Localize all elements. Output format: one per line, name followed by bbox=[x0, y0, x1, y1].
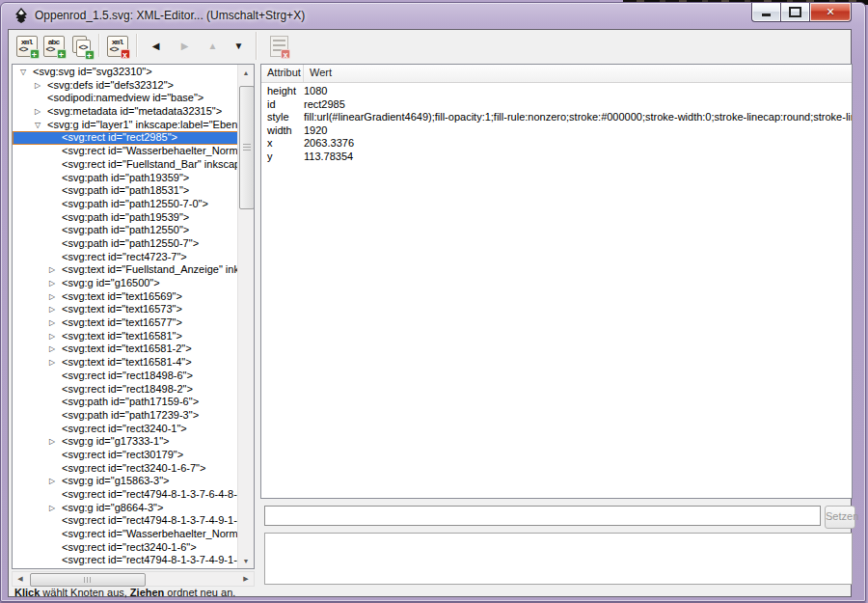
tree-node[interactable]: <svg:rect id="rect4794-8-1-3-7-6-4-8-8-1 bbox=[13, 488, 237, 502]
expand-arrow-icon[interactable]: ▷ bbox=[49, 475, 62, 488]
tree-node[interactable]: ▽<svg:g id="layer1" inkscape:label="Eben… bbox=[13, 119, 237, 132]
tree-node[interactable]: ▽<svg:svg id="svg32310"> bbox=[13, 66, 237, 79]
move-node-up-button[interactable]: ▲ bbox=[201, 34, 225, 58]
tree-node[interactable]: ▷<svg:metadata id="metadata32315"> bbox=[13, 105, 237, 119]
horizontal-scroll-thumb[interactable] bbox=[30, 573, 146, 587]
tree-node[interactable]: <svg:path id="path17159-6"> bbox=[13, 396, 237, 409]
duplicate-node-button[interactable]: <> + bbox=[68, 34, 93, 58]
collapse-arrow-icon[interactable]: ▽ bbox=[35, 119, 47, 132]
scroll-up-arrow-icon[interactable]: ▲ bbox=[238, 65, 254, 80]
attribute-name-input[interactable] bbox=[264, 506, 821, 526]
tree-node[interactable]: <svg:rect id="rect4723-7"> bbox=[13, 251, 237, 264]
attribute-row[interactable]: stylefill:url(#linearGradient4649);fill-… bbox=[261, 111, 852, 124]
expand-arrow-icon[interactable]: ▷ bbox=[49, 263, 62, 277]
new-text-node-button[interactable]: abc <> + bbox=[41, 34, 66, 58]
vertical-scroll-thumb[interactable] bbox=[239, 86, 255, 209]
tree-node[interactable]: <svg:rect id="rect4794-8-1-3-7-4-9-1-4-7 bbox=[13, 554, 237, 567]
attribute-name: height bbox=[261, 85, 304, 98]
tree-node[interactable]: <svg:rect id="Wasserbehaelter_Normal_F bbox=[13, 528, 237, 541]
move-node-down-button[interactable]: ▼ bbox=[227, 34, 251, 58]
tree-node[interactable]: <svg:path id="path12550"> bbox=[13, 224, 237, 237]
tree-node-label: <svg:path id="path12550-7"> bbox=[62, 237, 199, 251]
tree-node[interactable]: <svg:rect id="rect4794-8-1-3-7-4-9-1-4-7 bbox=[13, 514, 237, 528]
expand-arrow-icon[interactable]: ▷ bbox=[49, 343, 62, 356]
delete-attribute-icon: x bbox=[270, 36, 288, 57]
window-controls: ✕ bbox=[751, 3, 852, 22]
tree-node[interactable]: ▷<svg:text id="text16577"> bbox=[13, 316, 237, 330]
attribute-row[interactable]: x2063.3376 bbox=[261, 137, 852, 151]
tree-node[interactable]: ▷<svg:text id="text16581-2"> bbox=[13, 343, 237, 356]
titlebar[interactable]: Oppenrod_1.5.svg: XML-Editor... (Umschal… bbox=[1, 3, 865, 28]
attribute-row[interactable]: height1080 bbox=[261, 85, 852, 98]
tree-node[interactable]: <svg:rect id="rect3240-1-6-7"> bbox=[13, 462, 237, 476]
scroll-right-arrow-icon[interactable]: ▶ bbox=[238, 572, 254, 586]
minimize-button[interactable] bbox=[751, 3, 780, 22]
tree-node[interactable]: <svg:path id="path18531"> bbox=[13, 184, 237, 198]
expand-arrow-icon[interactable]: ▷ bbox=[49, 356, 62, 370]
scroll-left-arrow-icon[interactable]: ◀ bbox=[13, 572, 28, 586]
column-header-wert[interactable]: Wert bbox=[304, 65, 852, 82]
expand-arrow-icon[interactable]: ▷ bbox=[49, 502, 62, 515]
collapse-arrow-icon[interactable]: ▽ bbox=[20, 66, 33, 79]
expand-arrow-icon[interactable]: ▷ bbox=[49, 290, 62, 304]
tree-node[interactable]: ▷<svg:g id="g15863-3"> bbox=[13, 475, 237, 488]
duplicate-node-icon: <> + bbox=[70, 36, 92, 57]
tree-node[interactable]: ▷<svg:text id="Fuellstand_Anzeige" inksc… bbox=[13, 263, 237, 277]
tree-node[interactable]: <svg:rect id="Fuellstand_Bar" inkscape:l… bbox=[13, 158, 237, 172]
tree-node[interactable]: ▷<svg:text id="text16581-4"> bbox=[13, 356, 237, 370]
status-bar: Klick wählt Knoten aus, Ziehen ordnet ne… bbox=[14, 587, 304, 598]
attribute-row[interactable]: width1920 bbox=[261, 124, 852, 138]
tree-node[interactable]: <svg:rect id="rect3240-1"> bbox=[13, 423, 237, 436]
tree-node[interactable]: <svg:rect id="rect18498-2"> bbox=[13, 383, 237, 397]
expand-arrow-icon[interactable]: ▷ bbox=[35, 105, 47, 119]
set-attribute-button[interactable]: Setzen bbox=[825, 506, 855, 529]
tree-node[interactable]: <svg:rect id="rect3240-1-6"> bbox=[13, 541, 237, 555]
tree-node[interactable]: <svg:path id="path19539"> bbox=[13, 211, 237, 225]
scroll-down-arrow-icon[interactable]: ▼ bbox=[238, 553, 254, 568]
expand-arrow-icon[interactable]: ▷ bbox=[49, 330, 62, 343]
tree-node[interactable]: ▷<svg:text id="text16581"> bbox=[13, 330, 237, 343]
maximize-button[interactable] bbox=[780, 3, 810, 22]
tree-node[interactable]: ▷<svg:g id="g16500"> bbox=[13, 277, 237, 290]
tree-node[interactable]: ▷<svg:text id="text16573"> bbox=[13, 303, 237, 316]
tree-node[interactable]: <sodipodi:namedview id="base"> bbox=[13, 92, 237, 105]
tree-node[interactable]: <svg:path id="path19359"> bbox=[13, 172, 237, 185]
expand-arrow-icon[interactable]: ▷ bbox=[35, 79, 47, 93]
close-button[interactable]: ✕ bbox=[810, 3, 852, 22]
tree-node-label: <svg:rect id="rect2985"> bbox=[62, 131, 177, 145]
tree-node-label: <svg:text id="Fuellstand_Anzeige" inksca bbox=[62, 263, 237, 277]
tree-node[interactable]: <svg:rect id="rect30179"> bbox=[13, 449, 237, 462]
delete-node-button[interactable]: xml <> x bbox=[105, 34, 129, 58]
tree-node[interactable]: <svg:path id="path12550-7-0"> bbox=[13, 198, 237, 211]
delete-attribute-button[interactable]: x bbox=[267, 34, 291, 58]
tree-node[interactable]: <svg:rect id="Wasserbehaelter_Normal_F bbox=[13, 145, 237, 158]
unindent-node-button[interactable]: ◀ bbox=[144, 34, 168, 58]
inkscape-icon bbox=[14, 8, 29, 23]
expand-arrow-icon[interactable]: ▷ bbox=[49, 277, 62, 290]
tree-node[interactable]: ▷<svg:g id="g17333-1"> bbox=[13, 435, 237, 449]
column-header-attribut[interactable]: Attribut bbox=[261, 65, 304, 82]
tree-horizontal-scrollbar[interactable]: ◀ ▶ bbox=[12, 571, 255, 587]
expand-arrow-icon[interactable]: ▷ bbox=[49, 303, 62, 316]
indent-node-button[interactable]: ▶ bbox=[173, 34, 197, 58]
new-element-node-button[interactable]: xml <> + bbox=[14, 34, 39, 58]
tree-node-label: <svg:rect id="Wasserbehaelter_Normal_F bbox=[62, 145, 237, 158]
tree-node[interactable]: ▷<svg:defs id="defs32312"> bbox=[13, 79, 237, 93]
tree-node-selected[interactable]: <svg:rect id="rect2985"> bbox=[13, 131, 237, 145]
attribute-row[interactable]: idrect2985 bbox=[261, 98, 852, 112]
status-text: wählt Knoten aus, bbox=[40, 587, 130, 598]
attribute-row[interactable]: y113.78354 bbox=[261, 151, 852, 164]
attribute-name: y bbox=[261, 151, 304, 164]
tree-vertical-scrollbar[interactable]: ▲ ▼ bbox=[237, 65, 254, 568]
tree-node[interactable]: ▷<svg:text id="text16569"> bbox=[13, 290, 237, 304]
maximize-icon bbox=[789, 7, 801, 17]
tree-node[interactable]: ▷<svg:g id="g8664-3"> bbox=[13, 502, 237, 515]
attribute-value-editor[interactable] bbox=[264, 533, 853, 585]
tree-node[interactable]: <svg:path id="path12550-7"> bbox=[13, 237, 237, 251]
tree-node[interactable]: <svg:path id="path17239-3"> bbox=[13, 409, 237, 423]
arrow-up-icon: ▲ bbox=[208, 41, 218, 51]
tree-node[interactable]: <svg:rect id="rect18498-6"> bbox=[13, 370, 237, 383]
expand-arrow-icon[interactable]: ▷ bbox=[49, 316, 62, 330]
expand-arrow-icon[interactable]: ▷ bbox=[49, 435, 62, 449]
tree-node-label: <svg:path id="path18531"> bbox=[62, 184, 189, 198]
